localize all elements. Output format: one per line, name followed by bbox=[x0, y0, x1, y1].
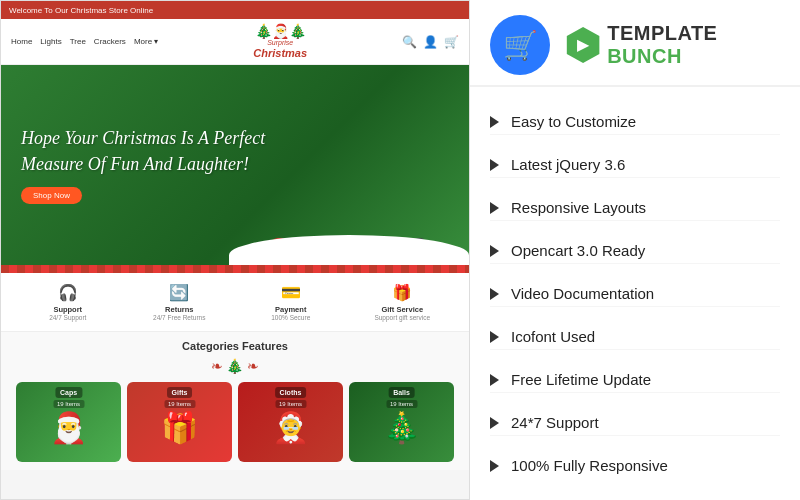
topbar-text: Welcome To Our Christmas Store Online bbox=[9, 6, 153, 15]
returns-icon: 🔄 bbox=[169, 283, 189, 302]
categories-divider: ❧ 🎄 ❧ bbox=[16, 358, 454, 374]
hero-bottom-border bbox=[1, 265, 469, 273]
support-icon: 🎧 bbox=[58, 283, 78, 302]
logo-main: Christmas bbox=[253, 47, 307, 59]
site-header: Home Lights Tree Crackers More ▾ 🎄🎅🎄 Sur… bbox=[1, 19, 469, 65]
gift-icon: 🎁 bbox=[392, 283, 412, 302]
feature-payment-sub: 100% Secure bbox=[271, 314, 310, 321]
feature-returns-sub: 24/7 Free Returns bbox=[153, 314, 205, 321]
category-balls[interactable]: Balls 19 Items 🎄 bbox=[349, 382, 454, 462]
website-preview: Welcome To Our Christmas Store Online Ho… bbox=[0, 0, 470, 500]
feature-text-2: Responsive Layouts bbox=[511, 199, 646, 216]
logo-holly: 🎄🎅🎄 bbox=[253, 24, 307, 39]
arrow-icon-1 bbox=[490, 159, 499, 171]
templatebunch-leaf-icon: ▶ bbox=[565, 23, 601, 67]
category-caps-count: 19 Items bbox=[53, 400, 84, 408]
cart-brand-icon: 🛒 bbox=[490, 15, 550, 75]
user-icon[interactable]: 👤 bbox=[423, 35, 438, 49]
feature-support-title: Support bbox=[53, 305, 82, 314]
category-gifts-count: 19 Items bbox=[164, 400, 195, 408]
feature-row-7: 24*7 Support bbox=[490, 410, 780, 436]
site-icons: 🔍 👤 🛒 bbox=[402, 35, 459, 49]
cart-icon[interactable]: 🛒 bbox=[444, 35, 459, 49]
site-nav: Home Lights Tree Crackers More ▾ bbox=[11, 37, 158, 46]
feature-row-3: Opencart 3.0 Ready bbox=[490, 238, 780, 264]
shop-now-button[interactable]: Shop Now bbox=[21, 187, 82, 204]
brand-bunch-text: BUNCH bbox=[607, 45, 682, 67]
feature-row-8: 100% Fully Responsive bbox=[490, 453, 780, 478]
feature-payment: 💳 Payment 100% Secure bbox=[239, 283, 343, 321]
hero-text: Hope Your Christmas Is A PerfectMeasure … bbox=[1, 111, 285, 218]
site-topbar: Welcome To Our Christmas Store Online bbox=[1, 1, 469, 19]
logo-top: Surprise bbox=[253, 39, 307, 47]
right-top-branding: 🛒 ▶ TEMPLATE BUNCH bbox=[470, 0, 800, 87]
svg-text:▶: ▶ bbox=[577, 35, 590, 53]
category-cloths[interactable]: Cloths 19 Items 🤶 bbox=[238, 382, 343, 462]
arrow-icon-2 bbox=[490, 202, 499, 214]
category-balls-label: Balls bbox=[388, 387, 415, 398]
feature-text-8: 100% Fully Responsive bbox=[511, 457, 668, 474]
category-caps[interactable]: Caps 19 Items 🎅 bbox=[16, 382, 121, 462]
feature-gift-sub: Support gift service bbox=[374, 314, 430, 321]
feature-row-2: Responsive Layouts bbox=[490, 195, 780, 221]
arrow-icon-0 bbox=[490, 116, 499, 128]
nav-more: More ▾ bbox=[134, 37, 158, 46]
nav-crackers: Crackers bbox=[94, 37, 126, 46]
brand-logo: ▶ TEMPLATE BUNCH bbox=[565, 22, 780, 68]
site-features-row: 🎧 Support 24/7 Support 🔄 Returns 24/7 Fr… bbox=[1, 273, 469, 332]
feature-row-4: Video Documentation bbox=[490, 281, 780, 307]
site-logo: 🎄🎅🎄 Surprise Christmas bbox=[253, 24, 307, 59]
arrow-icon-6 bbox=[490, 374, 499, 386]
site-categories: Categories Features ❧ 🎄 ❧ Caps 19 Items … bbox=[1, 332, 469, 470]
feature-gift-title: Gift Service bbox=[381, 305, 423, 314]
feature-row-5: Icofont Used bbox=[490, 324, 780, 350]
nav-home: Home bbox=[11, 37, 32, 46]
payment-icon: 💳 bbox=[281, 283, 301, 302]
categories-title: Categories Features bbox=[16, 340, 454, 352]
category-caps-label: Caps bbox=[55, 387, 82, 398]
feature-support-sub: 24/7 Support bbox=[49, 314, 86, 321]
feature-row-1: Latest jQuery 3.6 bbox=[490, 152, 780, 178]
right-panel: 🛒 ▶ TEMPLATE BUNCH Easy to Customize Lat… bbox=[470, 0, 800, 500]
feature-text-0: Easy to Customize bbox=[511, 113, 636, 130]
brand-name-text: TEMPLATE BUNCH bbox=[607, 22, 780, 68]
arrow-icon-3 bbox=[490, 245, 499, 257]
feature-gift: 🎁 Gift Service Support gift service bbox=[351, 283, 455, 321]
category-gifts-label: Gifts bbox=[167, 387, 193, 398]
arrow-icon-5 bbox=[490, 331, 499, 343]
nav-tree: Tree bbox=[70, 37, 86, 46]
feature-text-4: Video Documentation bbox=[511, 285, 654, 302]
site-hero: Hope Your Christmas Is A PerfectMeasure … bbox=[1, 65, 469, 265]
category-balls-count: 19 Items bbox=[386, 400, 417, 408]
feature-text-7: 24*7 Support bbox=[511, 414, 599, 431]
arrow-icon-4 bbox=[490, 288, 499, 300]
arrow-icon-7 bbox=[490, 417, 499, 429]
feature-text-5: Icofont Used bbox=[511, 328, 595, 345]
arrow-icon-8 bbox=[490, 460, 499, 472]
feature-payment-title: Payment bbox=[275, 305, 306, 314]
feature-row-0: Easy to Customize bbox=[490, 109, 780, 135]
categories-grid: Caps 19 Items 🎅 Gifts 19 Items 🎁 Cloths … bbox=[16, 382, 454, 462]
nav-lights: Lights bbox=[40, 37, 61, 46]
feature-returns: 🔄 Returns 24/7 Free Returns bbox=[128, 283, 232, 321]
feature-text-6: Free Lifetime Update bbox=[511, 371, 651, 388]
feature-text-1: Latest jQuery 3.6 bbox=[511, 156, 625, 173]
feature-returns-title: Returns bbox=[165, 305, 193, 314]
category-cloths-count: 19 Items bbox=[275, 400, 306, 408]
feature-row-6: Free Lifetime Update bbox=[490, 367, 780, 393]
feature-text-3: Opencart 3.0 Ready bbox=[511, 242, 645, 259]
category-gifts[interactable]: Gifts 19 Items 🎁 bbox=[127, 382, 232, 462]
hero-heading: Hope Your Christmas Is A PerfectMeasure … bbox=[21, 126, 265, 176]
category-cloths-label: Cloths bbox=[275, 387, 307, 398]
feature-support: 🎧 Support 24/7 Support bbox=[16, 283, 120, 321]
brand-icon-shape: ▶ TEMPLATE BUNCH bbox=[565, 22, 780, 68]
search-icon[interactable]: 🔍 bbox=[402, 35, 417, 49]
features-list: Easy to Customize Latest jQuery 3.6 Resp… bbox=[470, 87, 800, 500]
